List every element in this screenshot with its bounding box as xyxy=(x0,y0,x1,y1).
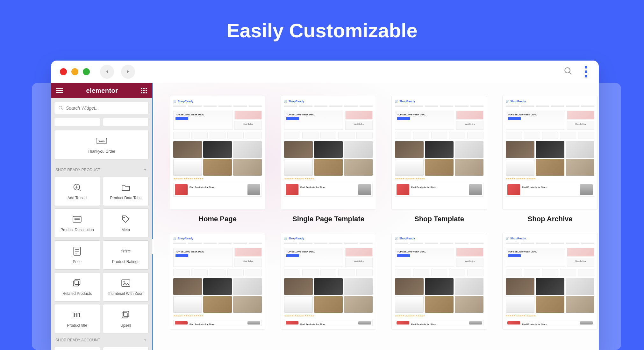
elementor-sidebar: elementor Woo Thankyou Order SHOP READY … xyxy=(51,83,153,350)
svg-point-21 xyxy=(124,281,125,282)
hamburger-icon[interactable] xyxy=(56,88,63,93)
template-name: Home Page xyxy=(198,215,237,223)
template-thumbnail[interactable]: 🛒 ShopReady TOP SELLING WEEK DEAL Most S… xyxy=(391,96,487,210)
template-card: 🛒 ShopReady TOP SELLING WEEK DEAL Most S… xyxy=(391,233,487,330)
widget-upsell[interactable]: Upsell xyxy=(103,304,149,333)
thumb-logo: 🛒 ShopReady xyxy=(506,236,594,241)
template-thumbnail[interactable]: 🛒 ShopReady TOP SELLING WEEK DEAL Most S… xyxy=(502,96,598,210)
widget-tab[interactable] xyxy=(54,118,100,126)
svg-rect-5 xyxy=(146,88,147,89)
template-canvas: 🛒 ShopReady TOP SELLING WEEK DEAL Most S… xyxy=(154,83,599,350)
stars-icon xyxy=(121,246,131,256)
widget-label: Price xyxy=(71,259,83,264)
template-card: 🛒 ShopReady TOP SELLING WEEK DEAL Most S… xyxy=(502,96,598,223)
svg-point-16 xyxy=(124,217,125,218)
section-label-text: SHOP READY PRODUCT xyxy=(55,168,100,172)
template-thumbnail[interactable]: 🛒 ShopReady TOP SELLING WEEK DEAL Most S… xyxy=(391,233,487,330)
template-name: Shop Template xyxy=(414,215,464,223)
svg-rect-15 xyxy=(73,216,81,222)
widget-product-ratings[interactable]: Product Ratings xyxy=(103,240,149,270)
stack-icon xyxy=(72,278,82,288)
description-icon xyxy=(72,214,82,224)
template-thumbnail[interactable]: 🛒 ShopReady TOP SELLING WEEK DEAL Most S… xyxy=(170,96,265,210)
template-card: 🛒 ShopReady TOP SELLING WEEK DEAL Most S… xyxy=(391,96,487,223)
back-button[interactable] xyxy=(100,65,114,79)
widget-thumbnail-zoom[interactable]: Thumbnail With Zoom xyxy=(103,272,149,302)
svg-rect-20 xyxy=(122,280,130,287)
template-card: 🛒 ShopReady TOP SELLING WEEK DEAL Most S… xyxy=(281,96,376,223)
svg-rect-1 xyxy=(56,90,63,91)
cart-add-icon xyxy=(72,182,82,193)
maximize-dot-icon[interactable] xyxy=(83,68,90,75)
section-shop-ready-account[interactable]: SHOP READY ACCOUNT xyxy=(51,333,152,347)
search-icon xyxy=(58,106,63,111)
svg-rect-18 xyxy=(75,279,80,284)
svg-rect-23 xyxy=(122,313,127,318)
svg-rect-8 xyxy=(146,90,147,91)
widget-search-input[interactable] xyxy=(66,106,145,111)
thumb-deal: TOP SELLING WEEK DEAL xyxy=(395,248,454,267)
thumb-deal: TOP SELLING WEEK DEAL xyxy=(506,111,565,130)
close-dot-icon[interactable] xyxy=(60,68,67,75)
template-name: Single Page Template xyxy=(292,215,364,223)
widget-tabs xyxy=(54,118,149,126)
search-icon[interactable] xyxy=(564,67,573,77)
chevron-down-icon xyxy=(143,168,147,172)
upsell-icon xyxy=(121,310,131,320)
elementor-brand: elementor xyxy=(86,87,118,94)
widget-product-title[interactable]: H1 Product title xyxy=(54,304,100,333)
svg-text:Woo: Woo xyxy=(98,140,105,143)
template-thumbnail[interactable]: 🛒 ShopReady TOP SELLING WEEK DEAL Most S… xyxy=(281,233,376,330)
widget-product-data-tabs[interactable]: Product Data Tabs xyxy=(103,177,149,206)
widget-account-2[interactable] xyxy=(103,347,149,350)
svg-rect-19 xyxy=(74,281,79,286)
thumb-logo: 🛒 ShopReady xyxy=(173,99,262,104)
widget-thankyou-order[interactable]: Woo Thankyou Order xyxy=(54,130,149,159)
widget-product-description[interactable]: Product Description xyxy=(54,208,100,238)
template-card: 🛒 ShopReady TOP SELLING WEEK DEAL Most S… xyxy=(170,233,265,330)
forward-button[interactable] xyxy=(121,65,135,79)
template-thumbnail[interactable]: 🛒 ShopReady TOP SELLING WEEK DEAL Most S… xyxy=(170,233,265,330)
price-icon xyxy=(72,246,82,256)
svg-rect-0 xyxy=(56,88,63,89)
template-card: 🛒 ShopReady TOP SELLING WEEK DEAL Most S… xyxy=(502,233,598,330)
apps-grid-icon[interactable] xyxy=(141,88,147,93)
widget-label: Product Ratings xyxy=(110,259,141,264)
widget-label: Upsell xyxy=(118,323,133,328)
widget-add-to-cart[interactable]: Add To cart xyxy=(54,177,100,206)
kebab-menu-icon[interactable] xyxy=(585,66,587,77)
svg-rect-4 xyxy=(143,88,145,89)
widget-related-products[interactable]: Related Products xyxy=(54,272,100,302)
thumb-logo: 🛒 ShopReady xyxy=(395,99,483,104)
widget-account-1[interactable] xyxy=(54,347,100,350)
thumb-deal: TOP SELLING WEEK DEAL xyxy=(284,111,343,130)
h1-icon: H1 xyxy=(72,310,82,320)
svg-rect-22 xyxy=(124,311,129,316)
widget-label: Product Data Tabs xyxy=(108,196,143,200)
thumb-logo: 🛒 ShopReady xyxy=(173,236,262,241)
widget-price[interactable]: Price xyxy=(54,240,100,270)
template-thumbnail[interactable]: 🛒 ShopReady TOP SELLING WEEK DEAL Most S… xyxy=(281,96,376,210)
thumb-deal: TOP SELLING WEEK DEAL xyxy=(395,111,454,130)
svg-rect-2 xyxy=(56,92,63,93)
widget-search[interactable] xyxy=(54,102,149,114)
thumb-logo: 🛒 ShopReady xyxy=(284,236,373,241)
template-thumbnail[interactable]: 🛒 ShopReady TOP SELLING WEEK DEAL Most S… xyxy=(502,233,598,330)
widget-label: Product title xyxy=(65,323,89,328)
widget-label: Related Products xyxy=(61,291,94,296)
widget-label: Thumbnail With Zoom xyxy=(105,291,146,296)
section-shop-ready-product[interactable]: SHOP READY PRODUCT xyxy=(51,163,152,177)
minimize-dot-icon[interactable] xyxy=(71,68,78,75)
widget-label: Product Description xyxy=(59,228,96,232)
svg-rect-9 xyxy=(141,92,142,93)
elementor-header: elementor xyxy=(51,83,152,98)
svg-rect-6 xyxy=(141,90,142,91)
thumb-logo: 🛒 ShopReady xyxy=(395,236,483,241)
widget-label: Thankyou Order xyxy=(86,149,117,154)
widget-meta[interactable]: Meta xyxy=(103,208,149,238)
thumb-logo: 🛒 ShopReady xyxy=(506,99,594,104)
widget-tab[interactable] xyxy=(103,118,149,126)
template-card: 🛒 ShopReady TOP SELLING WEEK DEAL Most S… xyxy=(170,96,265,223)
hero-title: Easily Customizable xyxy=(0,0,644,58)
section-label-text: SHOP READY ACCOUNT xyxy=(55,338,100,342)
